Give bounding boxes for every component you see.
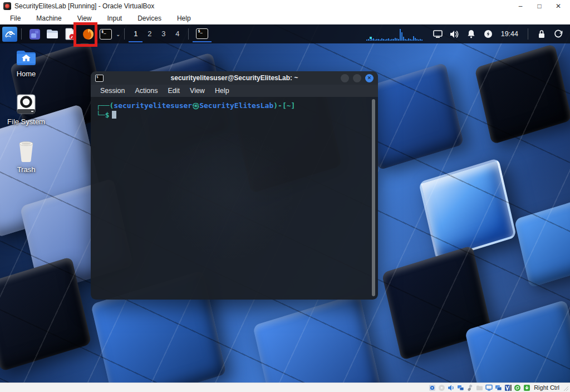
taskbar-terminal-window-button[interactable]: $_ — [193, 26, 212, 42]
trash-icon — [17, 140, 35, 163]
workspace-1[interactable]: 1 — [129, 26, 142, 42]
system-monitor-graph[interactable] — [366, 27, 429, 41]
file-system-drive-icon — [16, 94, 36, 115]
menu-machine[interactable]: Machine — [28, 12, 69, 24]
terminal-icon: $_ — [196, 28, 208, 39]
workspace-2[interactable]: 2 — [142, 26, 156, 42]
network-icon[interactable] — [456, 384, 464, 391]
workspace-3[interactable]: 3 — [156, 26, 170, 42]
wallpaper-cube — [474, 43, 570, 144]
shared-folders-icon[interactable] — [475, 384, 483, 391]
resize-grip[interactable] — [563, 385, 569, 392]
launcher-terminal[interactable]: $_ — [98, 26, 114, 42]
menu-help[interactable]: Help — [169, 12, 199, 24]
launcher-app-window[interactable] — [27, 26, 42, 42]
display-settings-icon[interactable] — [431, 26, 445, 42]
virtualbox-window: SecurityElitesLab [Running] - Oracle Vir… — [0, 0, 570, 392]
wallpaper-cube — [514, 198, 570, 287]
panel-separator — [124, 28, 125, 40]
terminal-menu-edit[interactable]: Edit — [163, 87, 184, 95]
desktop-icon-file-system[interactable]: File System — [3, 94, 49, 126]
prompt-line-2: └─$ — [96, 110, 372, 120]
wallpaper-cube-glass — [419, 158, 517, 262]
chevron-down-icon[interactable]: ⌄ — [116, 31, 120, 37]
host-key-label: Right Ctrl — [534, 384, 559, 391]
terminal-window: $ securityelitesuser@SecurityElitesLab: … — [91, 71, 378, 300]
wallpaper-cube — [253, 293, 382, 383]
minimize-button[interactable]: – — [511, 1, 530, 12]
recording-icon[interactable] — [494, 384, 502, 391]
terminal-window-icon: $ — [95, 75, 104, 82]
workspace-4[interactable]: 4 — [170, 26, 184, 42]
window-title: SecurityElitesLab [Running] - Oracle Vir… — [14, 2, 154, 10]
close-button[interactable]: ✕ — [549, 1, 568, 12]
prompt-line-1: ┌──(securityelitesuser㉿SecurityElitesLab… — [96, 101, 372, 110]
desktop-icon-label: Home — [17, 70, 36, 78]
display-icon[interactable] — [485, 384, 493, 391]
terminal-titlebar[interactable]: $ securityelitesuser@SecurityElitesLab: … — [91, 71, 378, 85]
kali-menu-button[interactable] — [2, 27, 17, 42]
wallpaper-cube — [382, 246, 493, 360]
panel-separator — [528, 28, 528, 40]
terminal-maximize-button[interactable] — [353, 74, 361, 82]
lock-screen-icon[interactable] — [534, 26, 549, 42]
terminal-menu-help[interactable]: Help — [210, 87, 234, 95]
menu-devices[interactable]: Devices — [130, 12, 169, 24]
wallpaper-cube — [465, 300, 570, 383]
panel-separator — [21, 28, 22, 40]
terminal-menu-view[interactable]: View — [185, 87, 209, 95]
terminal-menubar: Session Actions Edit View Help — [91, 85, 378, 97]
maximize-button[interactable]: □ — [530, 1, 549, 12]
notifications-bell-icon[interactable] — [464, 26, 479, 42]
text-cursor — [112, 111, 116, 119]
terminal-scrollbar[interactable] — [372, 99, 375, 296]
folder-icon — [46, 29, 58, 39]
power-manager-icon[interactable] — [481, 26, 495, 42]
terminal-minimize-button[interactable] — [341, 74, 349, 82]
optical-drives-icon[interactable] — [438, 384, 445, 391]
terminal-title: securityelitesuser@SecurityElitesLab: ~ — [95, 74, 374, 82]
panel-separator — [188, 28, 189, 40]
kali-dragon-icon — [4, 28, 16, 40]
launcher-file-manager[interactable] — [45, 26, 60, 42]
volume-icon[interactable] — [448, 26, 462, 42]
downloads-icon[interactable] — [523, 384, 530, 391]
clock[interactable]: 19:44 — [498, 30, 522, 38]
desktop-icon-label: Trash — [17, 165, 36, 174]
logout-icon[interactable] — [551, 26, 566, 42]
desktop-icon-label: File System — [7, 117, 45, 126]
audio-icon[interactable] — [447, 384, 455, 391]
hard-disks-icon[interactable] — [428, 384, 436, 391]
app-window-icon — [29, 28, 41, 40]
usb-icon[interactable] — [466, 384, 474, 391]
terminal-menu-actions[interactable]: Actions — [130, 87, 162, 95]
terminal-content[interactable]: ┌──(securityelitesuser㉿SecurityElitesLab… — [91, 97, 378, 300]
auto-resize-icon[interactable] — [513, 384, 521, 391]
menu-input[interactable]: Input — [100, 12, 130, 24]
vbox-titlebar: SecurityElitesLab [Running] - Oracle Vir… — [0, 0, 570, 12]
terminal-menu-session[interactable]: Session — [96, 87, 129, 95]
virtualbox-app-icon — [3, 2, 11, 10]
wallpaper-cube — [0, 257, 91, 371]
vm-screen: $_ ⌄ 1 2 3 4 $_ — [0, 24, 570, 383]
desktop-icon-trash[interactable]: Trash — [3, 140, 49, 174]
vbox-statusbar: Right Ctrl — [0, 383, 570, 392]
terminal-close-button[interactable]: ✕ — [365, 74, 374, 82]
menu-file[interactable]: File — [2, 12, 28, 24]
terminal-icon: $_ — [100, 29, 112, 40]
desktop-icon-home[interactable]: Home — [3, 49, 49, 78]
highlight-rectangle — [73, 22, 97, 47]
features-icon[interactable] — [504, 384, 512, 391]
monitor-dot — [370, 37, 372, 39]
home-folder-icon — [16, 49, 37, 67]
